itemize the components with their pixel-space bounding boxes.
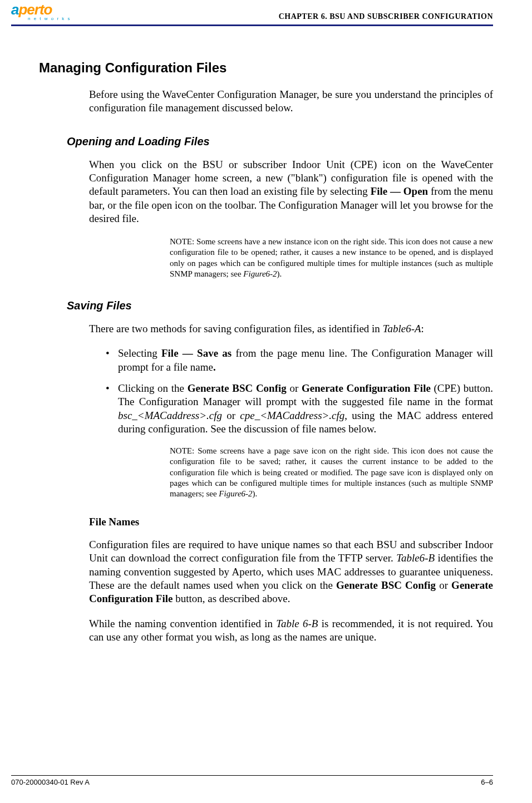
text: There are two methods for saving configu…	[89, 323, 383, 334]
ref-figure: Figure6-2	[219, 489, 252, 498]
content: Managing Configuration Files Before usin…	[39, 27, 493, 644]
text: or	[436, 579, 451, 591]
bold-period: .	[213, 361, 216, 373]
filenames-p2: While the naming convention identified i…	[89, 617, 493, 644]
footer-page-number: 6–6	[481, 778, 493, 786]
ref-figure: Figure6-2	[243, 269, 277, 278]
logo-letter-a: a	[11, 1, 18, 18]
page: aperto n e t w o r k s CHAPTER 6. BSU AN…	[0, 0, 532, 803]
footer-doc-id: 070-20000340-01 Rev A	[11, 778, 90, 786]
bold-file-open: File — Open	[371, 185, 428, 197]
heading-saving-files: Saving Files	[67, 299, 493, 312]
note-saving: NOTE: Some screens have a page save icon…	[170, 446, 493, 499]
ref-table-b: Table 6-B	[276, 618, 318, 629]
text: ).	[277, 269, 282, 278]
heading-managing-config-files: Managing Configuration Files	[39, 60, 493, 76]
italic-bsc-filename: bsc_<MACaddress>.cfg	[118, 410, 222, 421]
text: NOTE: Some screens have a new instance i…	[170, 237, 493, 278]
bold-file-save-as: File — Save as	[161, 347, 231, 359]
italic-cpe-filename: cpe_<MACaddress>.cfg	[240, 410, 344, 421]
text: button, as described above.	[173, 593, 290, 604]
list-item: Selecting File — Save as from the page m…	[106, 347, 493, 374]
text: ).	[253, 489, 258, 498]
footer-rule	[11, 775, 493, 776]
opening-paragraph: When you click on the BSU or subscriber …	[89, 158, 493, 226]
bold-gen-bsc: Generate BSC Config	[336, 579, 436, 591]
header-rule	[11, 24, 493, 26]
text: Selecting	[118, 347, 161, 359]
saving-methods-list: Selecting File — Save as from the page m…	[106, 347, 493, 436]
heading-opening-loading: Opening and Loading Files	[67, 135, 493, 148]
text: Clicking on the	[118, 382, 188, 394]
bold-gen-bsc: Generate BSC Config	[188, 382, 287, 394]
ref-table-a: Table6-A	[383, 323, 421, 334]
page-footer: 070-20000340-01 Rev A 6–6	[11, 775, 493, 786]
bold-gen-config-file: Generate Configuration File	[302, 382, 431, 394]
text: or	[287, 382, 302, 394]
logo: aperto n e t w o r k s	[11, 1, 71, 21]
chapter-label: CHAPTER 6. BSU AND SUBSCRIBER CONFIGURAT…	[279, 12, 493, 21]
note-opening: NOTE: Some screens have a new instance i…	[170, 237, 493, 279]
text: or	[222, 410, 240, 421]
text: :	[421, 323, 424, 334]
text: While the naming convention identified i…	[89, 618, 276, 629]
intro-paragraph: Before using the WaveCenter Configuratio…	[89, 88, 493, 115]
heading-file-names: File Names	[89, 516, 493, 528]
logo-rest: perto	[18, 1, 52, 18]
page-header: aperto n e t w o r k s CHAPTER 6. BSU AN…	[39, 0, 493, 27]
list-item: Clicking on the Generate BSC Config or G…	[106, 382, 493, 436]
filenames-p1: Configuration files are required to have…	[89, 538, 493, 606]
ref-table-b: Table6-B	[396, 552, 435, 564]
footer-row: 070-20000340-01 Rev A 6–6	[11, 778, 493, 786]
saving-intro: There are two methods for saving configu…	[89, 322, 493, 336]
